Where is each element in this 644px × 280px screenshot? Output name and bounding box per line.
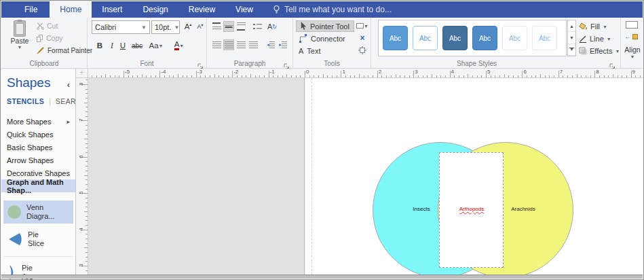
connection-point-tool-button[interactable]: × — [357, 33, 368, 43]
strikethrough-button[interactable]: abc — [130, 39, 145, 52]
chevron-down-icon: ▼ — [171, 24, 179, 31]
stencil-nav-item-basic-shapes[interactable]: Basic Shapes — [1, 141, 75, 154]
clipboard-icon — [14, 20, 26, 37]
format-painter-icon — [37, 46, 45, 54]
group-tools: Pointer Tool Connector A Text ▼ × Tools — [293, 18, 371, 68]
gallery-scroll-down-button[interactable]: ▼ — [568, 32, 575, 43]
shrink-font-button[interactable]: A▾ — [195, 20, 206, 33]
font-color-button[interactable]: A▼ — [170, 39, 188, 52]
stencil-shape-pie-slice[interactable]: Pie Slice — [3, 228, 73, 251]
copy-button[interactable]: Copy — [37, 34, 63, 42]
tab-design[interactable]: Design — [132, 1, 178, 18]
stencil-shape-venn-diagra[interactable]: Venn Diagra... — [3, 200, 73, 224]
paragraph-dialog-launcher[interactable] — [284, 60, 290, 67]
tab-home[interactable]: Home — [50, 1, 92, 18]
clipboard-group-label: Clipboard — [1, 60, 87, 67]
stencil-nav-item-more-shapes[interactable]: More Shapes▸ — [1, 115, 75, 128]
rectangle-tool-button[interactable]: ▼ — [356, 20, 369, 31]
stencil-nav-item-graph-and-math-shap[interactable]: Graph and Math Shap... — [1, 179, 75, 192]
bring-to-front-button[interactable] — [626, 21, 638, 29]
stencil-nav-label: Graph and Math Shap... — [7, 178, 70, 194]
gallery-more-button[interactable]: ▼ — [568, 44, 575, 56]
fill-bucket-icon — [579, 22, 588, 31]
venn-right-label[interactable]: Arachnids — [501, 206, 545, 212]
underline-button[interactable]: U — [117, 39, 128, 52]
stencil-nav-label: Basic Shapes — [7, 143, 52, 152]
cut-button[interactable]: Cut — [37, 22, 58, 30]
line-button[interactable]: Line▼ — [579, 33, 611, 44]
group-paragraph: A↻ ◂ ▸ Paragraph — [207, 18, 293, 68]
tell-me-box[interactable]: Tell me what you want to do... — [273, 1, 392, 18]
gallery-scroll-up-button[interactable]: ▲ — [568, 20, 575, 32]
line-label: Line — [590, 35, 604, 43]
shape-style-swatch-2[interactable]: Abc — [413, 26, 438, 50]
justify-button[interactable] — [248, 39, 259, 50]
effects-icon — [579, 47, 587, 55]
shape-style-swatch-1[interactable]: Abc — [383, 26, 408, 50]
drawing-canvas[interactable]: Insects Arthopods Arachnids — [88, 78, 643, 275]
italic-button[interactable]: I — [107, 39, 117, 52]
align-top-button[interactable] — [211, 21, 222, 32]
effects-button[interactable]: Effects▼ — [579, 46, 620, 56]
align-right-button[interactable] — [235, 39, 246, 50]
ruler-corner: + — [76, 69, 88, 78]
pointer-tool-label: Pointer Tool — [310, 22, 349, 31]
text-tool-icon: A — [299, 47, 303, 55]
group-clipboard: Paste ▼ Cut Copy Format Painter Clipboar… — [1, 18, 88, 68]
tab-review[interactable]: Review — [178, 1, 225, 18]
bold-button[interactable]: B — [94, 39, 105, 52]
shape-style-swatch-6[interactable]: Abc — [532, 26, 557, 50]
pointer-tool-button[interactable]: Pointer Tool — [296, 20, 354, 32]
font-family-combobox[interactable]: Calibri ▼ — [92, 20, 150, 34]
connector-icon — [299, 34, 307, 43]
bullets-button[interactable] — [252, 21, 263, 32]
group-arrange: ← Align▼ — [621, 18, 644, 68]
format-painter-button[interactable]: Format Painter — [37, 46, 92, 54]
expand-arrow-icon: ▸ — [67, 118, 70, 125]
align-left-button[interactable] — [211, 39, 222, 50]
stencil-nav-label: Quick Shapes — [7, 130, 53, 139]
align-center-button[interactable] — [223, 39, 234, 50]
shapes-panel: Shapes ‹ STENCILS | SEARCH More Shapes▸Q… — [1, 69, 76, 275]
shape-style-swatch-5[interactable]: Abc — [502, 26, 527, 50]
font-color-label: A — [174, 41, 180, 50]
venn-left-label[interactable]: Insects — [400, 206, 443, 212]
paste-button[interactable]: Paste ▼ — [5, 20, 34, 59]
text-rotate-button[interactable]: A↻ — [267, 21, 278, 32]
shape-style-swatch-4[interactable]: Abc — [472, 26, 497, 50]
shape-styles-dialog-launcher[interactable] — [609, 60, 616, 67]
pointer-icon — [299, 22, 307, 31]
venn-overlap-label[interactable]: Arthopods — [450, 206, 493, 212]
position-button[interactable]: ← — [624, 33, 638, 40]
connector-tool-button[interactable]: Connector — [296, 33, 348, 44]
copy-icon — [37, 35, 43, 42]
grow-font-label: A — [185, 22, 190, 31]
text-tool-button[interactable]: A Text — [296, 45, 324, 56]
align-bottom-button[interactable] — [235, 21, 246, 32]
decrease-indent-button[interactable]: ◂ — [265, 39, 276, 50]
shape-style-swatch-3[interactable]: Abc — [442, 26, 468, 50]
tab-view[interactable]: View — [225, 1, 263, 18]
stencil-nav-item-quick-shapes[interactable]: Quick Shapes — [1, 128, 75, 141]
increase-indent-button[interactable]: ▸ — [278, 39, 288, 50]
font-dialog-launcher[interactable] — [197, 60, 204, 67]
scissors-icon — [37, 22, 44, 30]
tab-stencils[interactable]: STENCILS — [7, 97, 44, 105]
tab-insert[interactable]: Insert — [92, 1, 132, 18]
tab-file[interactable]: File — [12, 1, 50, 18]
align-middle-button[interactable] — [223, 21, 234, 32]
text-block-tool-button[interactable] — [357, 45, 368, 56]
collapse-panel-icon[interactable]: ‹ — [67, 80, 70, 90]
align-button[interactable]: Align▼ — [624, 46, 641, 59]
format-painter-label: Format Painter — [48, 47, 92, 54]
tell-me-label: Tell me what you want to do... — [284, 5, 392, 14]
font-size-combobox[interactable]: 10pt. ▼ — [151, 20, 180, 34]
fill-button[interactable]: Fill▼ — [579, 21, 607, 32]
stencil-shape-label: Pie Slice — [28, 230, 44, 248]
grow-font-button[interactable]: A▴ — [183, 20, 193, 33]
change-case-button[interactable]: Aa▼ — [147, 39, 165, 52]
stencil-nav-item-arrow-shapes[interactable]: Arrow Shapes — [1, 154, 75, 167]
page-margin-guide — [311, 78, 312, 275]
effects-label: Effects — [590, 47, 612, 55]
shape-styles-group-label: Shape Styles — [371, 60, 582, 67]
